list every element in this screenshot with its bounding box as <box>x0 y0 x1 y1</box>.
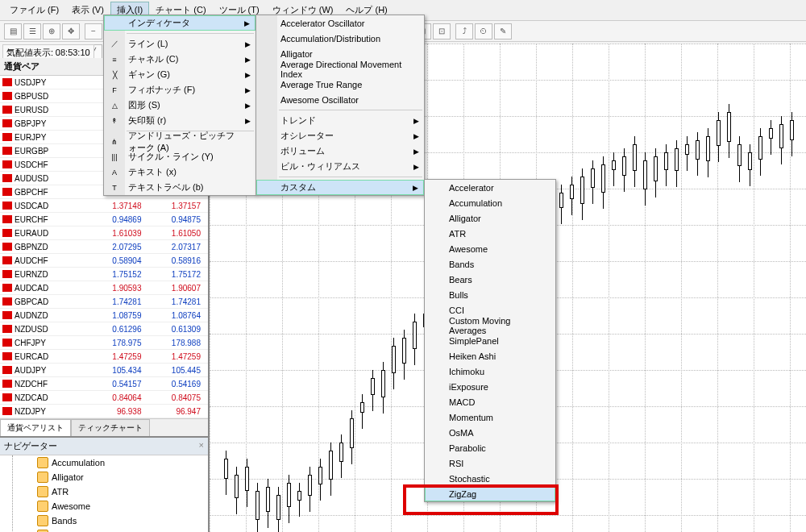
watch-row[interactable]: AUDCAD1.905931.90607 <box>0 281 208 295</box>
menu-item[interactable]: Momentum <box>425 409 555 425</box>
watch-row[interactable]: GBPNZD2.072952.07317 <box>0 240 208 254</box>
menu-item[interactable]: ╳ギャン (G)▶ <box>104 67 256 82</box>
watch-row[interactable]: AUDCHF0.589040.58916 <box>0 254 208 268</box>
toolbar-btn-c[interactable]: ⊡ <box>433 23 451 39</box>
menu-item[interactable]: SimplePanel <box>425 333 555 348</box>
watch-row[interactable]: AUDJPY105.434105.445 <box>0 364 208 377</box>
menu-item[interactable]: Alligator <box>425 210 555 226</box>
menu-item[interactable]: Accumulation <box>425 195 555 210</box>
menu-item[interactable]: Accumulation/Distribution <box>256 31 424 46</box>
watch-row[interactable]: NZDJPY96.93896.947 <box>0 405 208 418</box>
menu-item[interactable]: RSI <box>425 455 555 471</box>
watch-row[interactable]: CHFJPY178.975178.988 <box>0 336 208 350</box>
watch-row[interactable]: EURCHF0.948690.94875 <box>0 213 208 227</box>
insert-menu: インディケータ▶／ライン (L)▶≡チャネル (C)▶╳ギャン (G)▶Fフィボ… <box>103 15 256 196</box>
menu-item[interactable]: Bands <box>425 256 555 272</box>
menu-item[interactable]: Awesome Oscillator <box>256 92 424 107</box>
menu-item[interactable]: Accelerator Oscillator <box>256 15 424 31</box>
menu-item[interactable]: Average Directional Movement Index <box>256 61 424 77</box>
navigator-close-icon[interactable]: × <box>199 440 204 452</box>
menu-item[interactable]: Fフィボナッチ (F)▶ <box>104 82 256 98</box>
nav-item[interactable]: Bears <box>13 528 208 532</box>
menu-item[interactable]: ATR <box>425 226 555 241</box>
navigator-header: ナビゲーター× <box>0 438 208 455</box>
highlight-zigzag <box>403 484 559 515</box>
menu-item[interactable]: Parabolic <box>425 440 555 455</box>
menu-item[interactable]: Accelerator <box>425 180 555 195</box>
nav-item[interactable]: Awesome <box>13 499 208 513</box>
watch-row[interactable]: USDCAD1.371481.37157 <box>0 199 208 213</box>
toolbar-btn-move[interactable]: ✥ <box>62 23 80 39</box>
watch-row[interactable]: NZDUSD0.612960.61309 <box>0 322 208 336</box>
watch-row[interactable]: AUDNZD1.087591.08764 <box>0 309 208 322</box>
menu-0[interactable]: ファイル (F) <box>3 2 65 19</box>
toolbar-btn-tmpl[interactable]: ✎ <box>494 23 512 39</box>
market-watch-tabs: 通貨ペアリストティックチャート <box>0 418 208 436</box>
menu-item[interactable]: Ichimoku <box>425 364 555 379</box>
menu-item[interactable]: カスタム▶ <box>256 180 424 195</box>
toolbar-btn-target[interactable]: ⊕ <box>43 23 60 39</box>
menu-item[interactable]: Bears <box>425 272 555 287</box>
nav-item[interactable]: ATR <box>13 484 208 499</box>
menu-item[interactable]: ビル・ウィリアムス▶ <box>256 159 424 174</box>
menu-item[interactable]: |||サイクル・ライン (Y) <box>104 149 256 164</box>
watch-row[interactable]: NZDCAD0.840640.84075 <box>0 391 208 405</box>
nav-item[interactable]: Bands <box>13 513 208 528</box>
menu-item[interactable]: MACD <box>425 394 555 409</box>
menu-item[interactable]: インディケータ▶ <box>104 15 256 31</box>
menu-item[interactable]: △図形 (S)▶ <box>104 98 256 113</box>
custom-submenu: AcceleratorAccumulationAlligatorATRAweso… <box>424 179 556 502</box>
toolbar-btn-per[interactable]: ⏲ <box>475 23 492 39</box>
toolbar-btn-profile[interactable]: ☰ <box>23 23 41 39</box>
indicators-submenu: Accelerator OscillatorAccumulation/Distr… <box>256 15 425 196</box>
watch-tab-0[interactable]: 通貨ペアリスト <box>0 419 71 436</box>
nav-item[interactable]: Accumulation <box>13 455 208 470</box>
watch-row[interactable]: GBPCAD1.742811.74281 <box>0 295 208 309</box>
toolbar-btn-ind[interactable]: ⤴ <box>455 23 473 39</box>
watch-row[interactable]: EURCAD1.472591.47259 <box>0 350 208 364</box>
menu-item[interactable]: オシレーター▶ <box>256 128 424 143</box>
watch-row[interactable]: EURAUD1.610391.61050 <box>0 227 208 240</box>
menu-item[interactable]: トレンド▶ <box>256 113 424 128</box>
menu-item[interactable]: Custom Moving Averages <box>425 318 555 333</box>
menu-item[interactable]: Aテキスト (x) <box>104 164 256 180</box>
menu-item[interactable]: Bulls <box>425 287 555 302</box>
navigator-pane: ナビゲーター× AccumulationAlligatorATRAwesomeB… <box>0 436 208 532</box>
menu-item[interactable]: ⋔アンドリューズ・ピッチフォーク (A) <box>104 134 256 149</box>
menu-item[interactable]: ボリューム▶ <box>256 143 424 159</box>
watch-tab-1[interactable]: ティックチャート <box>71 419 150 436</box>
menu-item[interactable]: iExposure <box>425 379 555 394</box>
menu-item[interactable]: Average True Range <box>256 77 424 92</box>
menu-item[interactable]: ↟矢印類 (r)▶ <box>104 113 256 128</box>
menu-item[interactable]: ／ライン (L)▶ <box>104 36 256 52</box>
menu-item[interactable]: Tテキストラベル (b) <box>104 180 256 195</box>
watch-row[interactable]: NZDCHF0.541570.54169 <box>0 377 208 391</box>
watch-row[interactable]: EURNZD1.751521.75172 <box>0 268 208 281</box>
menu-item[interactable]: ≡チャネル (C)▶ <box>104 52 256 67</box>
toolbar-btn-zoomout[interactable]: − <box>85 23 102 39</box>
menu-item[interactable]: Heiken Ashi <box>425 348 555 364</box>
toolbar-btn-new[interactable]: ▤ <box>4 23 22 39</box>
menu-item[interactable]: Awesome <box>425 241 555 256</box>
menu-item[interactable]: OsMA <box>425 425 555 440</box>
nav-item[interactable]: Alligator <box>13 470 208 484</box>
